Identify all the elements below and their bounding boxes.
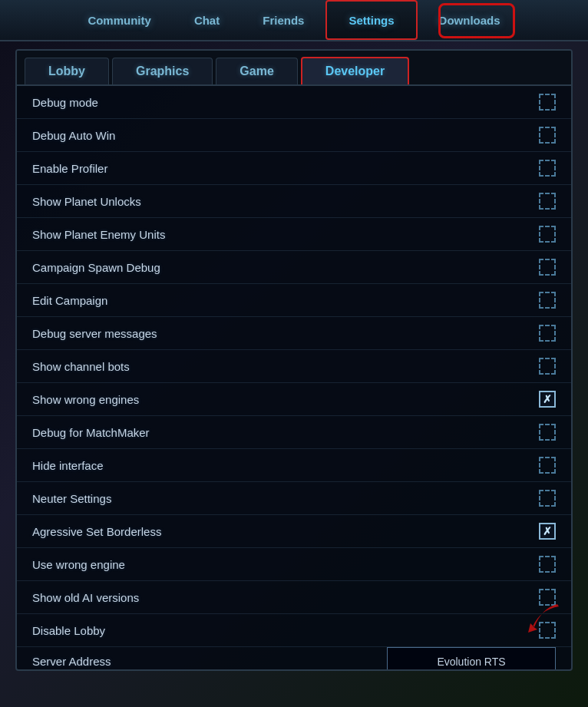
setting-label-14: Use wrong engine	[32, 558, 125, 571]
nav-settings[interactable]: Settings	[325, 0, 417, 40]
setting-row-9: Show wrong engines✗	[17, 383, 571, 416]
checkbox-empty-4[interactable]	[539, 226, 556, 243]
main-panel: Lobby Graphics Game Developer Debug mode…	[15, 49, 573, 671]
setting-label-5: Campaign Spawn Debug	[32, 261, 160, 274]
setting-row-13: Agressive Set Borderless✗	[17, 515, 571, 548]
setting-row-0: Debug mode	[17, 86, 571, 119]
checkbox-empty-10[interactable]	[539, 424, 556, 441]
checkbox-empty-0[interactable]	[539, 94, 556, 111]
tab-developer[interactable]: Developer	[301, 57, 409, 84]
checkbox-empty-3[interactable]	[539, 193, 556, 210]
setting-row-10: Debug for MatchMaker	[17, 416, 571, 449]
setting-label-0: Debug mode	[32, 96, 98, 109]
setting-label-1: Debug Auto Win	[32, 129, 115, 142]
setting-row-disable-lobby: Disable Lobby	[17, 614, 571, 647]
dropdown-item-evolution-rts[interactable]: Evolution RTS	[388, 648, 555, 669]
setting-label-9: Show wrong engines	[32, 393, 139, 406]
setting-row-6: Edit Campaign	[17, 284, 571, 317]
setting-row-4: Show Planet Enemy Units	[17, 218, 571, 251]
setting-label-server-address: Server Address	[32, 647, 111, 668]
tab-lobby[interactable]: Lobby	[25, 58, 109, 84]
nav-downloads[interactable]: Downloads	[418, 0, 522, 40]
setting-row-15: Show old AI versions	[17, 581, 571, 614]
setting-row-1: Debug Auto Win	[17, 119, 571, 152]
nav-friends[interactable]: Friends	[241, 0, 325, 40]
setting-row-2: Enable Profiler	[17, 152, 571, 185]
checkbox-checked-9[interactable]: ✗	[539, 391, 556, 408]
tab-game[interactable]: Game	[216, 58, 297, 84]
setting-label-7: Debug server messages	[32, 327, 157, 340]
setting-row-12: Neuter Settings	[17, 482, 571, 515]
checkbox-disable-lobby[interactable]	[539, 622, 556, 639]
setting-label-3: Show Planet Unlocks	[32, 195, 141, 208]
setting-row-5: Campaign Spawn Debug	[17, 251, 571, 284]
setting-row-11: Hide interface	[17, 449, 571, 482]
setting-label-disable-lobby: Disable Lobby	[32, 624, 105, 637]
setting-label-2: Enable Profiler	[32, 162, 107, 175]
checkbox-empty-12[interactable]	[539, 490, 556, 507]
engine-dropdown-popup[interactable]: Evolution RTS EvoRTS Dev Generic The Cur…	[387, 647, 556, 669]
setting-label-8: Show channel bots	[32, 360, 130, 373]
settings-list[interactable]: Debug modeDebug Auto WinEnable ProfilerS…	[17, 86, 571, 669]
setting-row-server-address: Server Address Evolution RTS EvoRTS Dev …	[17, 647, 571, 669]
nav-chat[interactable]: Chat	[173, 0, 241, 40]
setting-row-8: Show channel bots	[17, 350, 571, 383]
top-nav: Community Chat Friends Settings Download…	[0, 0, 588, 41]
checkbox-empty-11[interactable]	[539, 457, 556, 474]
settings-rows: Debug modeDebug Auto WinEnable ProfilerS…	[17, 86, 571, 614]
setting-row-14: Use wrong engine	[17, 548, 571, 581]
sub-tabs: Lobby Graphics Game Developer	[17, 51, 571, 86]
checkbox-checked-13[interactable]: ✗	[539, 523, 556, 540]
setting-label-10: Debug for MatchMaker	[32, 426, 150, 439]
checkbox-empty-5[interactable]	[539, 259, 556, 276]
setting-row-7: Debug server messages	[17, 317, 571, 350]
setting-label-6: Edit Campaign	[32, 294, 107, 307]
setting-label-15: Show old AI versions	[32, 591, 139, 604]
setting-label-12: Neuter Settings	[32, 492, 111, 505]
setting-label-13: Agressive Set Borderless	[32, 525, 161, 538]
checkbox-empty-2[interactable]	[539, 160, 556, 177]
setting-label-11: Hide interface	[32, 459, 104, 472]
checkbox-empty-8[interactable]	[539, 358, 556, 375]
checkbox-empty-6[interactable]	[539, 292, 556, 309]
checkbox-empty-14[interactable]	[539, 556, 556, 573]
checkbox-empty-15[interactable]	[539, 589, 556, 606]
tab-graphics[interactable]: Graphics	[112, 58, 213, 84]
checkbox-empty-1[interactable]	[539, 127, 556, 144]
nav-community[interactable]: Community	[66, 0, 173, 40]
checkbox-empty-7[interactable]	[539, 325, 556, 342]
setting-row-3: Show Planet Unlocks	[17, 185, 571, 218]
setting-label-4: Show Planet Enemy Units	[32, 228, 165, 241]
